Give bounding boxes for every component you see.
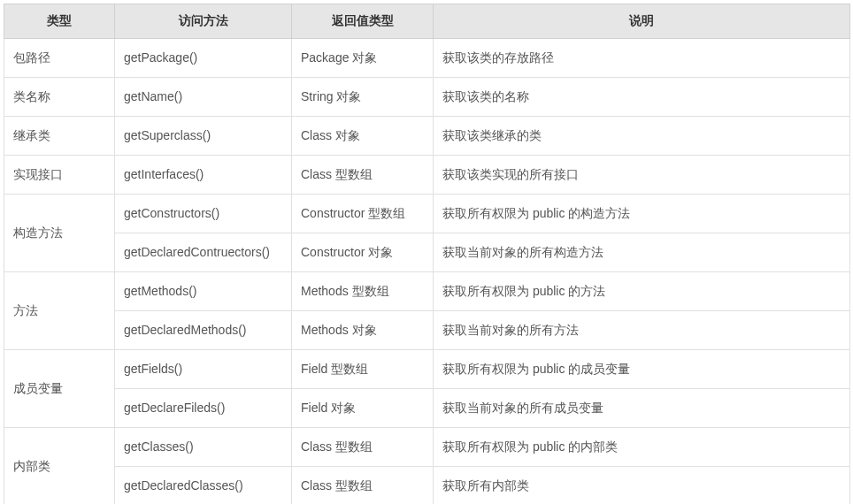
cell-method: getClasses() <box>115 428 292 467</box>
cell-method: getDeclareFileds() <box>115 389 292 428</box>
cell-method: getDeclaredContruectors() <box>115 233 292 272</box>
cell-desc: 获取所有权限为 public 的内部类 <box>434 428 850 467</box>
reflection-api-table: 类型 访问方法 返回值类型 说明 包路径getPackage()Package … <box>4 4 850 504</box>
cell-return: Constructor 对象 <box>292 233 434 272</box>
cell-type: 实现接口 <box>4 156 115 195</box>
table-row: 继承类getSuperclass()Class 对象获取该类继承的类 <box>4 117 850 156</box>
table-row: getDeclareFileds()Field 对象获取当前对象的所有成员变量 <box>4 389 850 428</box>
cell-method: getSuperclass() <box>115 117 292 156</box>
header-return: 返回值类型 <box>292 4 434 39</box>
cell-desc: 获取当前对象的所有构造方法 <box>434 233 850 272</box>
cell-return: Package 对象 <box>292 39 434 78</box>
table-row: 包路径getPackage()Package 对象获取该类的存放路径 <box>4 39 850 78</box>
cell-method: getDeclaredClasses() <box>115 467 292 505</box>
table-row: getDeclaredMethods()Methods 对象获取当前对象的所有方… <box>4 311 850 350</box>
cell-return: Methods 型数组 <box>292 272 434 311</box>
cell-desc: 获取所有权限为 public 的方法 <box>434 272 850 311</box>
cell-type: 类名称 <box>4 78 115 117</box>
cell-desc: 获取当前对象的所有成员变量 <box>434 389 850 428</box>
table-row: 实现接口getInterfaces()Class 型数组获取该类实现的所有接口 <box>4 156 850 195</box>
table-row: 成员变量getFields()Field 型数组获取所有权限为 public 的… <box>4 350 850 389</box>
cell-return: Class 型数组 <box>292 156 434 195</box>
cell-type: 继承类 <box>4 117 115 156</box>
table-row: 类名称getName()String 对象获取该类的名称 <box>4 78 850 117</box>
cell-return: Class 型数组 <box>292 428 434 467</box>
header-method: 访问方法 <box>115 4 292 39</box>
cell-return: String 对象 <box>292 78 434 117</box>
cell-return: Class 型数组 <box>292 467 434 505</box>
cell-return: Field 型数组 <box>292 350 434 389</box>
cell-method: getMethods() <box>115 272 292 311</box>
cell-desc: 获取该类继承的类 <box>434 117 850 156</box>
cell-return: Constructor 型数组 <box>292 195 434 233</box>
cell-method: getName() <box>115 78 292 117</box>
cell-desc: 获取所有权限为 public 的成员变量 <box>434 350 850 389</box>
cell-type: 包路径 <box>4 39 115 78</box>
cell-method: getDeclaredMethods() <box>115 311 292 350</box>
table-body: 包路径getPackage()Package 对象获取该类的存放路径类名称get… <box>4 39 850 505</box>
cell-method: getFields() <box>115 350 292 389</box>
header-desc: 说明 <box>434 4 850 39</box>
cell-desc: 获取所有权限为 public 的构造方法 <box>434 195 850 233</box>
table-row: getDeclaredClasses()Class 型数组获取所有内部类 <box>4 467 850 505</box>
cell-desc: 获取该类实现的所有接口 <box>434 156 850 195</box>
table-header-row: 类型 访问方法 返回值类型 说明 <box>4 4 850 39</box>
table-row: 构造方法getConstructors()Constructor 型数组获取所有… <box>4 195 850 233</box>
table-row: getDeclaredContruectors()Constructor 对象获… <box>4 233 850 272</box>
cell-return: Class 对象 <box>292 117 434 156</box>
cell-type: 构造方法 <box>4 195 115 272</box>
cell-desc: 获取该类的名称 <box>434 78 850 117</box>
cell-method: getConstructors() <box>115 195 292 233</box>
cell-desc: 获取当前对象的所有方法 <box>434 311 850 350</box>
cell-type: 方法 <box>4 272 115 350</box>
table-row: 方法getMethods()Methods 型数组获取所有权限为 public … <box>4 272 850 311</box>
header-type: 类型 <box>4 4 115 39</box>
cell-return: Field 对象 <box>292 389 434 428</box>
cell-method: getInterfaces() <box>115 156 292 195</box>
table-row: 内部类getClasses()Class 型数组获取所有权限为 public 的… <box>4 428 850 467</box>
cell-method: getPackage() <box>115 39 292 78</box>
cell-type: 成员变量 <box>4 350 115 428</box>
cell-return: Methods 对象 <box>292 311 434 350</box>
cell-type: 内部类 <box>4 428 115 505</box>
cell-desc: 获取所有内部类 <box>434 467 850 505</box>
cell-desc: 获取该类的存放路径 <box>434 39 850 78</box>
